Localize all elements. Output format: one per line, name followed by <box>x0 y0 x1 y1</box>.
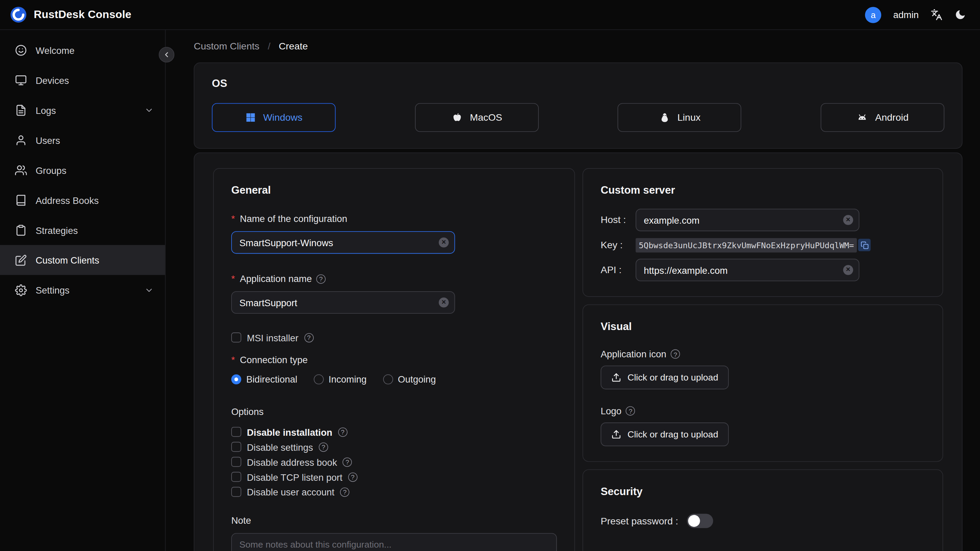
connection-type-label: * Connection type <box>231 354 557 366</box>
logo-upload-button[interactable]: Click or drag to upload <box>600 422 729 446</box>
sidebar-item-label: Strategies <box>35 225 78 235</box>
chevron-down-icon <box>144 105 153 115</box>
gear-icon <box>15 284 27 296</box>
sidebar-item-label: Groups <box>35 165 66 175</box>
host-input[interactable] <box>636 209 859 231</box>
users-icon <box>15 164 27 176</box>
translate-icon[interactable] <box>931 9 942 21</box>
radio-option-outgoing: Outgoing <box>383 374 436 384</box>
app-title: RustDesk Console <box>34 8 131 21</box>
msi-installer-checkbox[interactable] <box>231 333 241 342</box>
help-icon[interactable]: ? <box>671 349 680 359</box>
avatar[interactable]: a <box>865 6 881 23</box>
copy-icon[interactable] <box>858 239 871 251</box>
help-icon[interactable]: ? <box>338 427 347 436</box>
breadcrumb: Custom Clients / Create <box>194 40 962 53</box>
sidebar-item-address-books[interactable]: Address Books <box>0 185 165 215</box>
sidebar-item-users[interactable]: Users <box>0 125 165 155</box>
clear-icon[interactable]: × <box>843 215 853 225</box>
upload-icon <box>611 372 621 382</box>
security-title: Security <box>600 485 925 498</box>
option-disable-tcp-listen-port: Disable TCP listen port ? <box>231 471 557 483</box>
os-button-windows[interactable]: Windows <box>212 103 336 132</box>
windows-icon <box>245 112 256 123</box>
general-title: General <box>231 184 557 197</box>
host-row: Host : × <box>600 209 925 231</box>
clear-icon[interactable]: × <box>439 238 449 248</box>
api-input[interactable] <box>636 259 859 281</box>
sidebar-item-custom-clients[interactable]: Custom Clients <box>0 245 165 275</box>
security-card: Security Preset password : <box>582 470 943 551</box>
api-input-wrap: × <box>636 259 859 281</box>
app-name-input[interactable] <box>231 291 455 314</box>
clear-icon[interactable]: × <box>843 265 853 275</box>
radio-option-incoming: Incoming <box>314 374 367 384</box>
radio-bidirectional[interactable] <box>231 374 241 384</box>
sidebar-item-label: Custom Clients <box>35 255 99 265</box>
app-name-input-wrap: × <box>231 291 455 314</box>
android-icon <box>857 111 869 123</box>
option-disable-user-account: Disable user account ? <box>231 486 557 498</box>
os-button-label: Windows <box>263 112 302 123</box>
disable-tcp-listen-port-checkbox[interactable] <box>231 472 241 482</box>
sidebar-item-label: Settings <box>35 285 69 295</box>
form-card: General * Name of the configuration × * … <box>194 153 962 551</box>
username[interactable]: admin <box>893 9 919 20</box>
option-disable-address-book: Disable address book ? <box>231 455 557 468</box>
help-icon[interactable]: ? <box>626 406 635 415</box>
brand: RustDesk Console <box>10 6 131 23</box>
radio-incoming[interactable] <box>314 374 324 384</box>
radio-option-bidirectional: Bidirectional <box>231 374 298 384</box>
breadcrumb-current: Create <box>279 41 308 51</box>
help-icon[interactable]: ? <box>343 457 352 467</box>
visual-card: Visual Application icon ? Click or drag … <box>582 304 943 462</box>
disable-settings-checkbox[interactable] <box>231 442 241 452</box>
api-row: API : × <box>600 259 925 281</box>
help-icon[interactable]: ? <box>304 333 313 342</box>
custom-server-title: Custom server <box>600 184 925 197</box>
os-button-android[interactable]: Android <box>821 103 945 132</box>
visual-title: Visual <box>600 320 925 333</box>
note-textarea[interactable] <box>231 533 557 551</box>
os-card-title: OS <box>212 77 944 90</box>
name-input[interactable] <box>231 231 455 254</box>
preset-password-toggle[interactable] <box>687 514 713 528</box>
help-icon[interactable]: ? <box>340 487 349 497</box>
sidebar-item-settings[interactable]: Settings <box>0 275 165 305</box>
os-button-label: Linux <box>677 112 700 123</box>
file-text-icon <box>15 104 27 116</box>
sidebar-item-welcome[interactable]: Welcome <box>0 35 165 65</box>
sidebar-item-logs[interactable]: Logs <box>0 95 165 125</box>
help-icon[interactable]: ? <box>319 442 328 451</box>
rustdesk-logo <box>10 6 27 23</box>
sidebar-item-groups[interactable]: Groups <box>0 155 165 185</box>
required-asterisk: * <box>231 212 235 225</box>
sidebar-item-strategies[interactable]: Strategies <box>0 215 165 245</box>
clear-icon[interactable]: × <box>439 297 449 307</box>
smile-icon <box>15 44 27 56</box>
help-icon[interactable]: ? <box>316 274 325 283</box>
sidebar-item-devices[interactable]: Devices <box>0 65 165 95</box>
disable-address-book-checkbox[interactable] <box>231 457 241 467</box>
upload-icon <box>611 429 621 439</box>
radio-outgoing[interactable] <box>383 374 393 384</box>
disable-user-account-checkbox[interactable] <box>231 487 241 497</box>
preset-password-row: Preset password : <box>600 514 925 528</box>
os-button-macos[interactable]: MacOS <box>415 103 538 132</box>
moon-icon[interactable] <box>955 9 966 21</box>
sidebar-item-label: Devices <box>35 75 69 85</box>
required-asterisk: * <box>231 272 235 285</box>
disable-installation-checkbox[interactable] <box>231 427 241 437</box>
apple-icon <box>451 111 463 123</box>
msi-installer-row: MSI installer ? <box>231 331 557 344</box>
connection-type-radio-group: Bidirectional Incoming Outgoing <box>231 374 557 384</box>
breadcrumb-parent[interactable]: Custom Clients <box>194 41 259 51</box>
monitor-icon <box>15 74 27 86</box>
option-disable-installation: Disable installation ? <box>231 425 557 438</box>
sidebar-collapse-button[interactable] <box>159 47 175 62</box>
os-button-linux[interactable]: Linux <box>617 103 741 132</box>
help-icon[interactable]: ? <box>348 472 357 481</box>
application-icon-label: Application icon ? <box>600 349 925 359</box>
application-icon-upload-button[interactable]: Click or drag to upload <box>600 366 729 389</box>
custom-server-card: Custom server Host : × Key : 5Qbwsde3unU… <box>582 168 943 297</box>
